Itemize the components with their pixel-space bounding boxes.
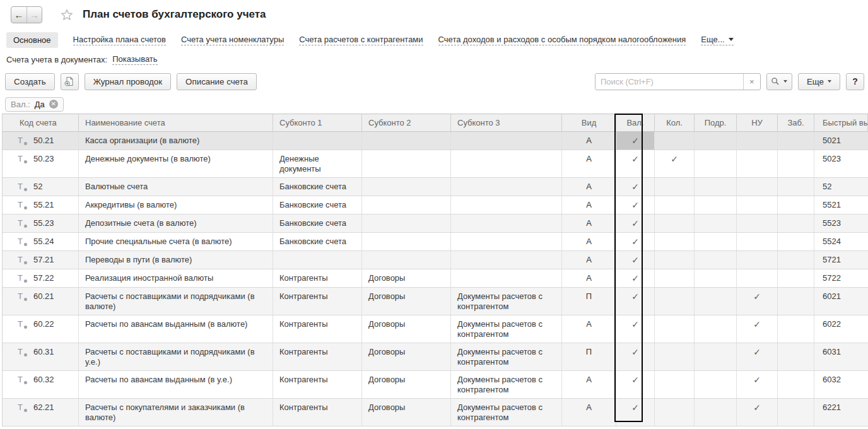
create-group-button[interactable] (61, 73, 79, 90)
subconto2-cell[interactable] (362, 214, 451, 232)
account-code-cell[interactable]: Т55.24 (3, 233, 79, 250)
type-cell[interactable]: А (562, 178, 616, 196)
subdivision-flag-cell[interactable] (695, 178, 737, 196)
subdivision-flag-cell[interactable] (695, 251, 737, 269)
tax-flag-cell[interactable] (737, 132, 778, 150)
subconto1-cell[interactable]: Контрагенты (273, 288, 362, 315)
type-cell[interactable]: А (562, 269, 616, 287)
account-name-cell[interactable]: Расчеты по авансам выданным (в валюте) (79, 315, 273, 343)
type-cell[interactable]: А (562, 132, 616, 150)
subconto3-cell[interactable]: Документы расчетов с контрагентом (451, 371, 562, 398)
currency-flag-cell[interactable]: ✓ (616, 178, 655, 196)
account-code-cell[interactable]: Т60.31 (3, 343, 79, 370)
type-cell[interactable]: П (562, 288, 616, 315)
quick-select-cell[interactable]: 6032 (814, 371, 868, 398)
currency-flag-cell[interactable]: ✓ (616, 269, 655, 287)
col-header-subconto2[interactable]: Субконто 2 (362, 114, 451, 131)
table-row[interactable]: Т55.24Прочие специальные счета (в валюте… (3, 233, 868, 251)
subconto3-cell[interactable]: Документы расчетов с контрагентом (451, 315, 562, 343)
currency-flag-cell[interactable]: ✓ (616, 214, 655, 232)
type-cell[interactable]: А (562, 371, 616, 398)
tax-flag-cell[interactable]: ✓ (737, 343, 778, 370)
account-name-cell[interactable]: Прочие специальные счета (в валюте) (79, 233, 273, 250)
currency-flag-cell[interactable]: ✓ (616, 233, 655, 250)
quantity-flag-cell[interactable] (655, 196, 695, 214)
account-code-cell[interactable]: Т50.21 (3, 132, 79, 150)
quick-select-cell[interactable]: 5523 (814, 214, 868, 232)
tax-flag-cell[interactable] (737, 214, 778, 232)
table-row[interactable]: Т55.21Аккредитивы (в валюте)Банковские с… (3, 196, 868, 214)
offbalance-flag-cell[interactable] (778, 343, 814, 370)
table-row[interactable]: Т55.23Депозитные счета (в валюте)Банковс… (3, 214, 868, 233)
table-row[interactable]: Т50.23Денежные документы (в валюте)Денеж… (3, 150, 868, 178)
account-name-cell[interactable]: Валютные счета (79, 178, 273, 196)
col-header-subconto3[interactable]: Субконто 3 (451, 114, 562, 131)
account-name-cell[interactable]: Аккредитивы (в валюте) (79, 196, 273, 214)
currency-flag-cell[interactable]: ✓ (616, 315, 655, 343)
tax-flag-cell[interactable] (737, 233, 778, 250)
subdivision-flag-cell[interactable] (695, 150, 737, 177)
create-button[interactable]: Создать (5, 73, 55, 90)
type-cell[interactable]: А (562, 214, 616, 232)
subdivision-flag-cell[interactable] (695, 214, 737, 232)
subdivision-flag-cell[interactable] (695, 269, 737, 287)
toolbar-more-button[interactable]: Еще (798, 73, 840, 90)
type-cell[interactable]: А (562, 399, 616, 426)
col-header-name[interactable]: Наименование счета (79, 114, 273, 131)
offbalance-flag-cell[interactable] (778, 399, 814, 426)
subconto1-cell[interactable]: Контрагенты (273, 269, 362, 287)
tax-flag-cell[interactable] (737, 269, 778, 287)
subconto2-cell[interactable] (362, 150, 451, 177)
subconto1-cell[interactable]: Банковские счета (273, 178, 362, 196)
offbalance-flag-cell[interactable] (778, 132, 814, 150)
search-clear-button[interactable]: × (743, 74, 760, 90)
account-name-cell[interactable]: Расчеты по авансам выданным (в у.е.) (79, 371, 273, 398)
col-header-quickselect[interactable]: Быстрый выбор (814, 114, 868, 131)
table-row[interactable]: Т60.21Расчеты с поставщиками и подрядчик… (3, 288, 868, 315)
offbalance-flag-cell[interactable] (778, 315, 814, 343)
quantity-flag-cell[interactable] (655, 132, 695, 150)
quick-select-cell[interactable]: 5021 (814, 132, 868, 150)
subdivision-flag-cell[interactable] (695, 196, 737, 214)
currency-flag-cell[interactable]: ✓ (616, 196, 655, 214)
table-row[interactable]: Т62.21Расчеты с покупателями и заказчика… (3, 399, 868, 426)
quantity-flag-cell[interactable] (655, 233, 695, 250)
subconto2-cell[interactable] (362, 132, 451, 150)
type-cell[interactable]: А (562, 315, 616, 343)
tax-flag-cell[interactable]: ✓ (737, 315, 778, 343)
col-header-currency[interactable]: Вал. (616, 114, 655, 131)
currency-flag-cell[interactable]: ✓ (616, 343, 655, 370)
back-button[interactable]: ← (11, 7, 26, 23)
subconto3-cell[interactable] (451, 251, 562, 269)
tax-flag-cell[interactable] (737, 251, 778, 269)
subconto2-cell[interactable]: Договоры (362, 399, 451, 426)
subconto2-cell[interactable] (362, 251, 451, 269)
tax-flag-cell[interactable] (737, 196, 778, 214)
account-code-cell[interactable]: Т57.21 (3, 251, 79, 269)
type-cell[interactable]: А (562, 251, 616, 269)
currency-flag-cell[interactable]: ✓ (616, 288, 655, 315)
offbalance-flag-cell[interactable] (778, 214, 814, 232)
subconto3-cell[interactable]: Документы расчетов с контрагентом (451, 288, 562, 315)
table-row[interactable]: Т60.22Расчеты по авансам выданным (в вал… (3, 315, 868, 343)
show-link[interactable]: Показывать (112, 54, 157, 65)
subdivision-flag-cell[interactable] (695, 399, 737, 426)
offbalance-flag-cell[interactable] (778, 233, 814, 250)
col-header-subconto1[interactable]: Субконто 1 (273, 114, 362, 131)
offbalance-flag-cell[interactable] (778, 150, 814, 177)
account-name-cell[interactable]: Расчеты с покупателями и заказчиками (в … (79, 399, 273, 426)
search-options-button[interactable] (766, 73, 792, 90)
quantity-flag-cell[interactable] (655, 288, 695, 315)
subconto3-cell[interactable] (451, 196, 562, 214)
favorite-star-icon[interactable] (60, 8, 74, 21)
account-code-cell[interactable]: Т60.22 (3, 315, 79, 343)
col-header-type[interactable]: Вид (562, 114, 616, 131)
currency-flag-cell[interactable]: ✓ (616, 150, 655, 177)
table-row[interactable]: Т57.21Переводы в пути (в валюте)А✓5721 (3, 251, 868, 269)
subdivision-flag-cell[interactable] (695, 371, 737, 398)
quick-select-cell[interactable]: 6021 (814, 288, 868, 315)
tab-main[interactable]: Основное (6, 32, 58, 48)
col-header-quantity[interactable]: Кол. (655, 114, 695, 131)
search-input[interactable] (595, 74, 743, 90)
account-code-cell[interactable]: Т52 (3, 178, 79, 196)
